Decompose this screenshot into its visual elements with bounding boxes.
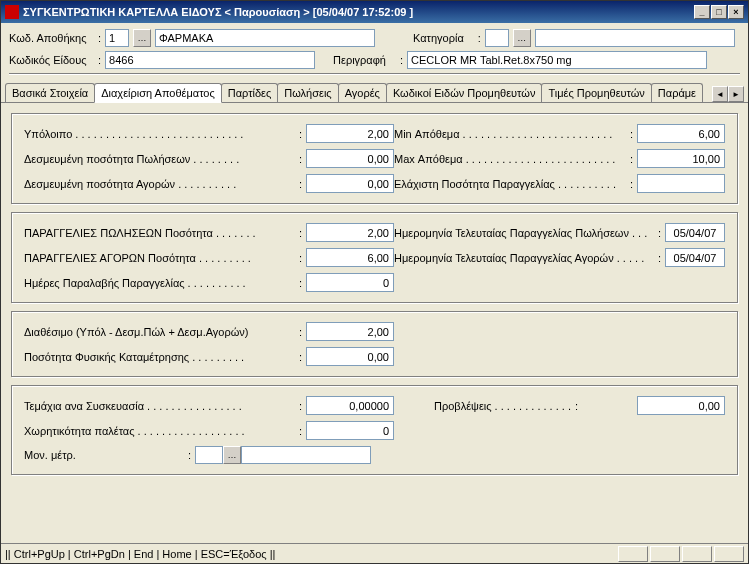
description-label: Περιγραφή: [333, 54, 386, 66]
min-order-input[interactable]: [637, 174, 725, 193]
group-packaging: Τεμάχια ανα Συσκευασία . . . . . . . . .…: [11, 385, 738, 475]
min-stock-input[interactable]: [637, 124, 725, 143]
close-button[interactable]: ×: [728, 5, 744, 19]
tab-scroll-right[interactable]: ►: [728, 86, 744, 102]
tab-purchases[interactable]: Αγορές: [338, 83, 387, 102]
statusbar-text: || Ctrl+PgUp | Ctrl+PgDn | End | Home | …: [5, 548, 616, 560]
tab-basic[interactable]: Βασικά Στοιχεία: [5, 83, 95, 102]
reserved-sales-input[interactable]: [306, 149, 394, 168]
physical-input[interactable]: [306, 347, 394, 366]
last-sales-date-input[interactable]: [665, 223, 725, 242]
pieces-input[interactable]: [306, 396, 394, 415]
category-code-input[interactable]: [485, 29, 509, 47]
balance-label: Υπόλοιπο . . . . . . . . . . . . . . . .…: [24, 128, 295, 140]
last-sales-date-label: Ημερομηνία Τελευταίας Παραγγελίας Πωλήσε…: [394, 227, 654, 239]
warehouse-label: Κωδ. Αποθήκης: [9, 32, 94, 44]
category-label: Κατηγορία: [413, 32, 464, 44]
tab-sales[interactable]: Πωλήσεις: [277, 83, 338, 102]
tab-stock-management[interactable]: Διαχείριση Αποθέματος: [94, 83, 222, 103]
days-receive-input[interactable]: [306, 273, 394, 292]
minimize-button[interactable]: _: [694, 5, 710, 19]
reserved-purch-input[interactable]: [306, 174, 394, 193]
description-input[interactable]: [407, 51, 707, 69]
statusbar: || Ctrl+PgUp | Ctrl+PgDn | End | Home | …: [1, 543, 748, 563]
group-available: Διαθέσιμο (Υπόλ - Δεσμ.Πώλ + Δεσμ.Αγορών…: [11, 311, 738, 377]
balance-input[interactable]: [306, 124, 394, 143]
tab-content: Υπόλοιπο . . . . . . . . . . . . . . . .…: [1, 103, 748, 543]
group-orders: ΠΑΡΑΓΓΕΛΙΕΣ ΠΩΛΗΣΕΩΝ Ποσότητα . . . . . …: [11, 212, 738, 303]
statusbar-box-2: [650, 546, 680, 562]
tab-supplier-prices[interactable]: Τιμές Προμηθευτών: [541, 83, 651, 102]
tabstrip: Βασικά Στοιχεία Διαχείριση Αποθέματος Πα…: [1, 81, 748, 103]
last-purch-date-label: Ημερομηνία Τελευταίας Παραγγελίας Αγορών…: [394, 252, 654, 264]
tab-parameters[interactable]: Παράμε: [651, 83, 703, 102]
tab-scroll-left[interactable]: ◄: [712, 86, 728, 102]
uom-code-input[interactable]: [195, 446, 223, 464]
pieces-label: Τεμάχια ανα Συσκευασία . . . . . . . . .…: [24, 400, 295, 412]
forecast-label: Προβλέψεις . . . . . . . . . . . . .: [434, 400, 571, 412]
statusbar-box-1: [618, 546, 648, 562]
warehouse-name-input[interactable]: [155, 29, 375, 47]
category-lookup-button[interactable]: …: [513, 29, 531, 47]
purch-orders-label: ΠΑΡΑΓΓΕΛΙΕΣ ΑΓΟΡΩΝ Ποσότητα . . . . . . …: [24, 252, 295, 264]
statusbar-box-4: [714, 546, 744, 562]
uom-lookup-button[interactable]: …: [223, 446, 241, 464]
maximize-button[interactable]: □: [711, 5, 727, 19]
category-name-input[interactable]: [535, 29, 735, 47]
reserved-purch-label: Δεσμευμένη ποσότητα Αγορών . . . . . . .…: [24, 178, 295, 190]
purch-orders-input[interactable]: [306, 248, 394, 267]
titlebar: ΣΥΓΚΕΝΤΡΩΤΙΚΗ ΚΑΡΤΕΛΛΑ ΕΙΔΟΥΣ < Παρουσία…: [1, 1, 748, 23]
min-order-label: Ελάχιστη Ποσότητα Παραγγελίας . . . . . …: [394, 178, 626, 190]
sales-orders-input[interactable]: [306, 223, 394, 242]
main-window: ΣΥΓΚΕΝΤΡΩΤΙΚΗ ΚΑΡΤΕΛΛΑ ΕΙΔΟΥΣ < Παρουσία…: [0, 0, 749, 564]
warehouse-lookup-button[interactable]: …: [133, 29, 151, 47]
uom-name-input[interactable]: [241, 446, 371, 464]
max-stock-label: Max Απόθεμα . . . . . . . . . . . . . . …: [394, 153, 626, 165]
tab-batches[interactable]: Παρτίδες: [221, 83, 279, 102]
forecast-input[interactable]: [637, 396, 725, 415]
days-receive-label: Ημέρες Παραλαβής Παραγγελίας . . . . . .…: [24, 277, 295, 289]
itemcode-label: Κωδικός Είδους: [9, 54, 94, 66]
app-icon: [5, 5, 19, 19]
header-divider: [9, 73, 740, 75]
group-stock: Υπόλοιπο . . . . . . . . . . . . . . . .…: [11, 113, 738, 204]
max-stock-input[interactable]: [637, 149, 725, 168]
last-purch-date-input[interactable]: [665, 248, 725, 267]
reserved-sales-label: Δεσμευμένη ποσότητα Πωλήσεων . . . . . .…: [24, 153, 295, 165]
available-label: Διαθέσιμο (Υπόλ - Δεσμ.Πώλ + Δεσμ.Αγορών…: [24, 326, 295, 338]
pallet-label: Χωρητικότητα παλέτας . . . . . . . . . .…: [24, 425, 295, 437]
physical-label: Ποσότητα Φυσικής Καταμέτρησης . . . . . …: [24, 351, 295, 363]
statusbar-box-3: [682, 546, 712, 562]
warehouse-code-input[interactable]: [105, 29, 129, 47]
tab-supplier-codes[interactable]: Κωδικοί Ειδών Προμηθευτών: [386, 83, 542, 102]
uom-label: Μον. μέτρ.: [24, 449, 84, 461]
pallet-input[interactable]: [306, 421, 394, 440]
sales-orders-label: ΠΑΡΑΓΓΕΛΙΕΣ ΠΩΛΗΣΕΩΝ Ποσότητα . . . . . …: [24, 227, 295, 239]
itemcode-input[interactable]: [105, 51, 315, 69]
available-input[interactable]: [306, 322, 394, 341]
min-stock-label: Min Απόθεμα . . . . . . . . . . . . . . …: [394, 128, 626, 140]
header: Κωδ. Αποθήκης: … Κατηγορία : … Κωδικός Ε…: [1, 23, 748, 81]
window-title: ΣΥΓΚΕΝΤΡΩΤΙΚΗ ΚΑΡΤΕΛΛΑ ΕΙΔΟΥΣ < Παρουσία…: [23, 6, 694, 18]
